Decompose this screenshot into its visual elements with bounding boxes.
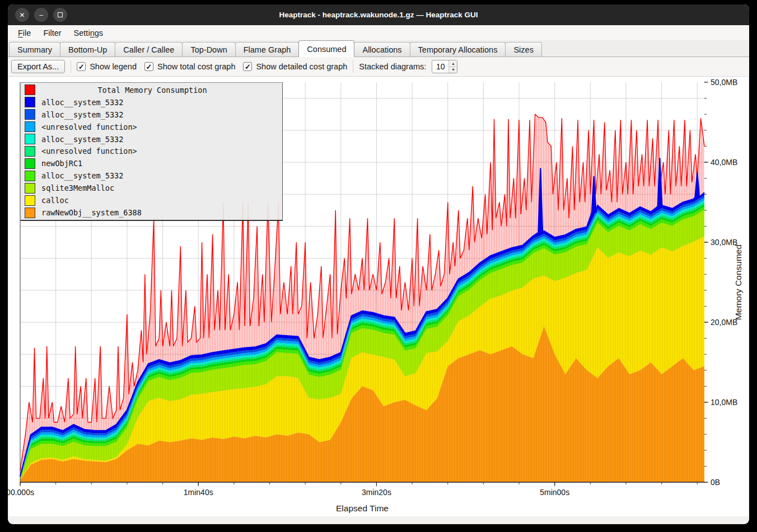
- legend-item: <unresolved function>: [23, 121, 280, 133]
- legend-label: alloc__system_5332: [41, 135, 123, 144]
- legend-label: <unresolved function>: [41, 147, 137, 156]
- legend-item: rawNewObj__system_6388: [23, 206, 280, 219]
- tab-bar: SummaryBottom-UpCaller / CalleeTop-DownF…: [8, 40, 749, 57]
- x-tick-label: 1min40s: [184, 488, 213, 497]
- legend-item: alloc__system_5332: [23, 109, 280, 121]
- chart-legend: Total Memory Consumptionalloc__system_53…: [20, 82, 283, 221]
- legend-label: Total Memory Consumption: [41, 86, 280, 95]
- checkbox-label: Show detailed cost graph: [256, 62, 347, 71]
- title-bar: ✕– Heaptrack - heaptrack.wakunode.1.gz —…: [8, 4, 749, 25]
- legend-label: rawNewObj__system_6388: [41, 208, 142, 217]
- legend-label: alloc__system_5332: [41, 171, 123, 180]
- tab-flame-graph[interactable]: Flame Graph: [235, 42, 300, 57]
- tab-caller-callee[interactable]: Caller / Callee: [115, 42, 183, 57]
- legend-item: sqlite3MemMalloc: [23, 182, 280, 194]
- toolbar-separator: [71, 60, 71, 73]
- spin-down-icon[interactable]: ▼: [449, 67, 457, 73]
- checkbox-icon[interactable]: ✓: [243, 62, 252, 71]
- legend-swatch-icon: [25, 208, 35, 218]
- tab-top-down[interactable]: Top-Down: [182, 42, 235, 57]
- checkbox-show-legend[interactable]: ✓Show legend: [77, 62, 137, 71]
- y-axis-title: Memory Consumed: [733, 244, 743, 320]
- checkbox-icon[interactable]: ✓: [77, 62, 86, 71]
- checkbox-label: Show total cost graph: [157, 62, 235, 71]
- y-tick-label: 0B: [711, 478, 720, 487]
- heaptrack-window: ✕– Heaptrack - heaptrack.wakunode.1.gz —…: [8, 4, 749, 524]
- toolbar-separator: [353, 60, 353, 73]
- legend-title-row: Total Memory Consumption: [23, 84, 280, 96]
- consumed-chart-panel: 00.000s1min40s3min20s5min00s0B10,0MB20,0…: [9, 76, 748, 516]
- legend-item: alloc__system_5332: [23, 96, 280, 109]
- legend-item: newObjRC1: [23, 157, 280, 170]
- legend-label: alloc__system_5332: [41, 98, 123, 107]
- tab-consumed[interactable]: Consumed: [298, 40, 354, 57]
- legend-swatch-icon: [25, 84, 35, 95]
- menu-file[interactable]: File: [12, 27, 36, 39]
- menu-bar: FileFilterSettings: [8, 25, 749, 40]
- stacked-diagrams-spinbox[interactable]: 10 ▲ ▼: [432, 60, 457, 73]
- tab-sizes[interactable]: Sizes: [505, 42, 541, 57]
- menu-filter[interactable]: Filter: [38, 27, 67, 39]
- legend-item: <unresolved function>: [23, 145, 280, 158]
- x-tick-label: 00.000s: [8, 488, 34, 497]
- legend-label: newObjRC1: [41, 159, 82, 168]
- tab-bottom-up[interactable]: Bottom-Up: [60, 42, 115, 57]
- window-title: Heaptrack - heaptrack.wakunode.1.gz — He…: [8, 4, 749, 25]
- legend-swatch-icon: [25, 134, 35, 144]
- legend-item: alloc__system_5332: [23, 170, 280, 182]
- legend-label: alloc__system_5332: [41, 110, 123, 119]
- tab-temporary-allocations[interactable]: Temporary Allocations: [410, 42, 506, 57]
- tab-allocations[interactable]: Allocations: [354, 42, 410, 57]
- checkbox-show-total-cost-graph[interactable]: ✓Show total cost graph: [144, 62, 235, 71]
- legend-swatch-icon: [25, 158, 35, 169]
- y-tick-label: 40,0MB: [711, 158, 737, 167]
- legend-item: calloc: [23, 194, 280, 206]
- checkbox-show-detailed-cost-graph[interactable]: ✓Show detailed cost graph: [243, 62, 347, 71]
- checkbox-label: Show legend: [90, 62, 137, 71]
- legend-swatch-icon: [25, 183, 35, 194]
- tab-summary[interactable]: Summary: [9, 42, 60, 57]
- legend-swatch-icon: [25, 146, 35, 157]
- legend-label: <unresolved function>: [41, 123, 137, 131]
- spin-up-icon[interactable]: ▲: [449, 60, 457, 67]
- legend-label: sqlite3MemMalloc: [41, 183, 114, 192]
- screen: ✕– Heaptrack - heaptrack.wakunode.1.gz —…: [0, 0, 757, 532]
- y-tick-label: 50,0MB: [711, 78, 737, 87]
- x-axis-title: Elapsed Time: [336, 503, 389, 513]
- toolbar: Export As... ✓Show legend✓Show total cos…: [8, 57, 749, 76]
- stacked-diagrams-label: Stacked diagrams:: [359, 62, 426, 71]
- legend-item: alloc__system_5332: [23, 133, 280, 145]
- legend-label: calloc: [41, 196, 69, 205]
- x-tick-label: 5min00s: [540, 488, 569, 497]
- y-tick-label: 10,0MB: [711, 398, 737, 407]
- legend-swatch-icon: [25, 171, 35, 181]
- legend-swatch-icon: [25, 97, 35, 107]
- legend-swatch-icon: [25, 121, 35, 132]
- spinbox-value: 10: [432, 60, 448, 73]
- x-tick-label: 3min20s: [362, 488, 391, 497]
- legend-swatch-icon: [25, 109, 35, 120]
- checkbox-icon[interactable]: ✓: [144, 62, 153, 71]
- legend-swatch-icon: [25, 195, 35, 206]
- menu-settings[interactable]: Settings: [68, 27, 109, 39]
- export-as-button[interactable]: Export As...: [11, 60, 65, 73]
